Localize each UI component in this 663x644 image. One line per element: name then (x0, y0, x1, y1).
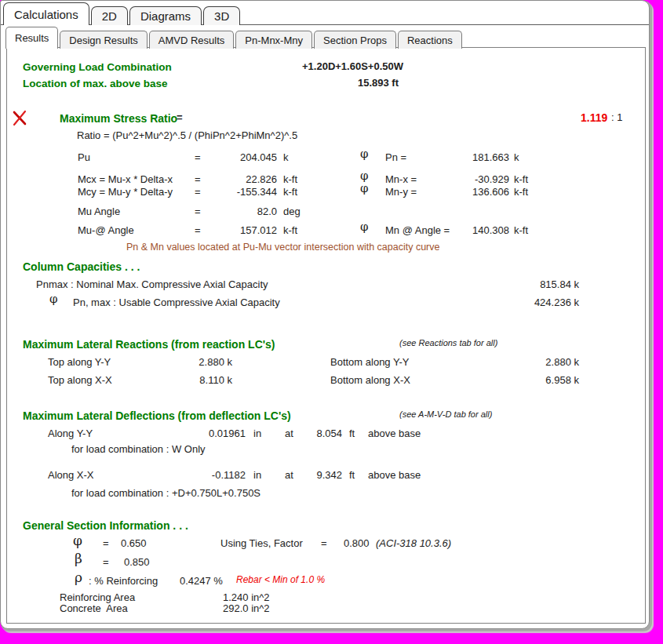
phi-symbol: φ (360, 182, 369, 195)
reaction-label: Top along Y-Y (48, 357, 111, 369)
row-unit: k-ft (283, 225, 297, 237)
row-runit: k-ft (514, 187, 528, 198)
row-rvalue: 140.308 (424, 225, 509, 237)
rebar-warning: Rebar < Min of 1.0 % (236, 575, 325, 586)
deflection-unit: in (253, 470, 261, 482)
tab-label: Diagrams (140, 9, 191, 23)
row-rvalue: -30.929 (424, 174, 509, 186)
row-runit: k-ft (514, 174, 528, 186)
tab-diagrams[interactable]: Diagrams (129, 6, 202, 25)
ties-label: Using Ties, Factor (220, 538, 303, 550)
pnmax-label: Pnmax : Nominal Max. Compressive Axial C… (36, 279, 268, 291)
column-capacities-title: Column Capacities . . . (23, 260, 140, 273)
sub-tab-strip: Results Design Results AMVD Results Pn-M… (5, 27, 462, 49)
tab-label: 2D (102, 9, 117, 23)
phi-symbol: φ (360, 147, 369, 161)
deflection-combo: for load combination : W Only (71, 444, 206, 456)
main-tab-strip: Calculations 2D Diagrams 3D (3, 2, 240, 25)
tab-reactions[interactable]: Reactions (398, 31, 462, 49)
deflection-at: at (285, 428, 293, 440)
deflection-suffix: above base (368, 470, 421, 482)
deflection-combo: for load combination : +D+0.750L+0.750S (71, 488, 260, 500)
deflection-label: Along Y-Y (48, 428, 93, 440)
governing-load-combination-label: Governing Load Combination (23, 61, 172, 74)
stress-ratio-formula: Ratio = (Pu^2+Mu^2)^.5 / (PhiPn^2+PhiMn^… (77, 130, 297, 142)
deflection-value: 0.01961 (181, 428, 246, 440)
phi-pnmax-label: Pn, max : Usable Compressive Axial Capac… (73, 297, 280, 309)
row-label: Mu Angle (78, 206, 120, 218)
reaction-label: Bottom along X-X (330, 375, 410, 387)
row-runit: k-ft (514, 225, 528, 237)
row-label: Mu-@ Angle (78, 225, 134, 237)
app-window: Calculations 2D Diagrams 3D Results Desi… (0, 0, 650, 629)
row-rvalue: 181.663 (424, 152, 509, 164)
general-section-title: General Section Information . . . (23, 519, 188, 532)
beta-eq: = (103, 557, 109, 569)
reaction-label: Bottom along Y-Y (330, 357, 409, 369)
deflection-loc-unit: ft (349, 470, 355, 482)
deflection-value: -0.1182 (181, 470, 246, 482)
pn-mn-note: Pn & Mn values located at Pu-Mu vector i… (126, 242, 440, 253)
row-value: 82.0 (187, 206, 277, 218)
phi-symbol: φ (360, 220, 369, 234)
tab-label: Results (15, 32, 49, 44)
deflection-location: 9.342 (303, 470, 342, 482)
max-stress-ratio-title: Maximum Stress Ratio (60, 112, 177, 125)
tab-calculations[interactable]: Calculations (3, 2, 89, 25)
row-value: 157.012 (187, 225, 277, 237)
phi-eq: = (103, 538, 109, 550)
tab-3d[interactable]: 3D (203, 6, 240, 25)
row-rlabel: Mn-x = (385, 174, 417, 186)
location-of-max-label: Location of max. above base (23, 78, 168, 90)
row-rvalue: 136.606 (424, 187, 509, 198)
reaction-label: Top along X-X (48, 375, 112, 387)
ties-value: 0.800 (344, 538, 370, 550)
lateral-deflections-title: Maximum Lateral Deflections (from deflec… (23, 409, 291, 422)
rho-symbol: ρ (75, 570, 82, 586)
rho-label: : % Reinforcing (89, 576, 158, 588)
concrete-area-value: 292.0 in^2 (223, 603, 270, 615)
tab-label: AMVD Results (158, 35, 225, 46)
row-unit: k-ft (283, 174, 297, 186)
row-rlabel: Pn = (385, 152, 406, 164)
row-rlabel: Mn-y = (385, 187, 417, 198)
location-of-max-value: 15.893 ft (358, 78, 399, 89)
screenshot-root: { "colors":{"green":"#007d00","red":"#ee… (0, 0, 663, 644)
deflection-at: at (285, 470, 293, 482)
phi-symbol: φ (49, 293, 58, 306)
row-label: Pu (78, 152, 90, 164)
tab-label: Reactions (407, 35, 453, 46)
row-unit: deg (283, 206, 301, 218)
tab-2d[interactable]: 2D (91, 6, 128, 25)
tab-section-props[interactable]: Section Props (314, 31, 396, 49)
row-unit: k (283, 152, 289, 164)
phi-pnmax-value: 424.236 k (472, 297, 579, 309)
tab-label: 3D (214, 9, 229, 23)
deflection-suffix: above base (368, 428, 421, 440)
deflections-note: (see A-M-V-D tab for all) (399, 409, 492, 420)
reaction-value: 2.880 k (472, 357, 579, 369)
tab-design-results[interactable]: Design Results (60, 31, 147, 49)
row-value: -155.344 (187, 187, 277, 198)
deflection-location: 8.054 (303, 428, 342, 440)
phi-symbol: φ (73, 533, 82, 549)
reactions-note: (see Reactions tab for all) (399, 338, 497, 348)
max-stress-ratio-suffix: : 1 (611, 112, 622, 124)
tab-label: Section Props (323, 35, 387, 46)
beta-symbol: β (75, 551, 82, 567)
row-label: Mcy = Mu-y * Delta-y (78, 187, 173, 198)
row-unit: k-ft (283, 187, 297, 198)
deflection-loc-unit: ft (349, 428, 355, 440)
max-stress-ratio-value: 1.119 (581, 111, 607, 124)
tab-results[interactable]: Results (5, 27, 58, 49)
pnmax-value: 815.84 k (472, 279, 579, 291)
beta-value: 0.850 (124, 557, 150, 569)
x-mark-icon (12, 109, 28, 127)
tab-amvd-results[interactable]: AMVD Results (149, 31, 235, 49)
max-stress-ratio-eq: = (177, 112, 183, 124)
row-runit: k (514, 152, 519, 164)
phi-value: 0.650 (121, 538, 147, 550)
tab-pn-mnx-mny[interactable]: Pn-Mnx-Mny (235, 31, 312, 49)
tab-label: Design Results (69, 35, 137, 46)
governing-load-combination-value: +1.20D+1.60S+0.50W (302, 61, 403, 73)
